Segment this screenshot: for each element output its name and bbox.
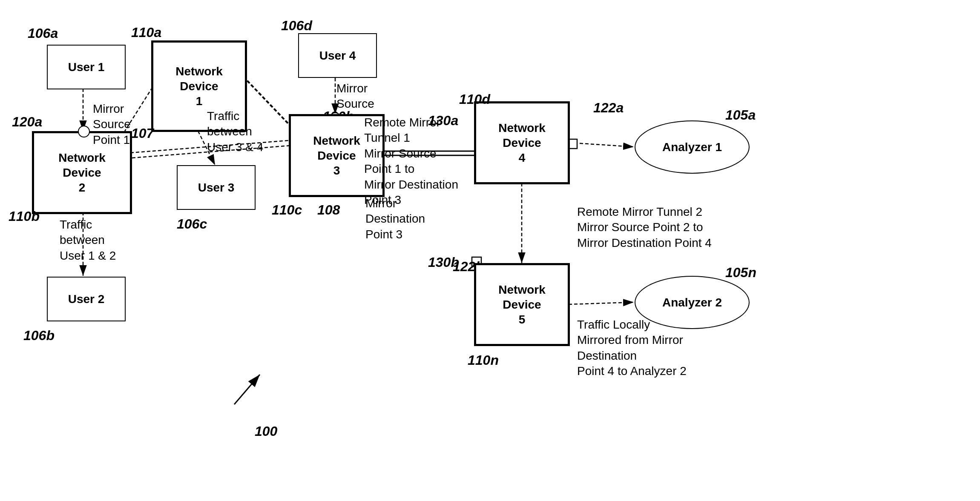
svg-line-18 [234,375,260,404]
ref-120a: 120a [12,114,42,130]
ref-130a: 130a [428,113,458,129]
user2-box: User 2 [47,277,126,321]
user4-box: User 4 [298,33,377,78]
diagram-container: User 1 106a Network Device 2 120a 110b U… [0,0,980,501]
dest-point3-label: MirrorDestinationPoint 3 [365,196,436,242]
mirror-source-1-label: MirrorSourcePoint 1 [93,101,152,148]
svg-line-15 [569,302,634,304]
ref-105a: 105a [725,107,756,123]
nd5-box: Network Device 5 [474,263,570,346]
ref-106b: 106b [23,328,55,344]
svg-line-13 [569,143,634,147]
ref-106d: 106d [281,18,312,34]
ref-110n: 110n [468,352,499,368]
nd4-box: Network Device 4 [474,101,570,184]
ref-100: 100 [255,424,277,439]
remote-tunnel1-label: Remote MirrorTunnel 1Mirror SourcePoint … [364,115,466,208]
ref-110d: 110d [459,92,490,107]
remote-tunnel2-label: Remote Mirror Tunnel 2Mirror Source Poin… [577,204,718,251]
traffic-label-12: Traffic betweenUser 1 & 2 [60,217,136,263]
ref-122a: 122a [593,100,624,116]
user3-box: User 3 [177,165,256,210]
analyzer1-ellipse: Analyzer 1 [635,120,750,174]
traffic-locally-label: Traffic LocallyMirrored from Mirror Dest… [577,317,730,379]
mirror-point-120a [78,126,90,137]
ref-110c: 110c [272,202,302,218]
ref-108: 108 [317,202,340,218]
ref-105n: 105n [725,265,756,281]
diagram-svg [0,0,980,501]
ref-106a: 106a [28,26,58,41]
user1-box: User 1 [47,45,126,89]
traffic-label-34: Traffic betweenUser 3 & 4 [207,109,286,155]
ref-110b: 110b [9,209,40,224]
ref-106c: 106c [177,216,207,232]
ref-110a: 110a [131,25,161,40]
